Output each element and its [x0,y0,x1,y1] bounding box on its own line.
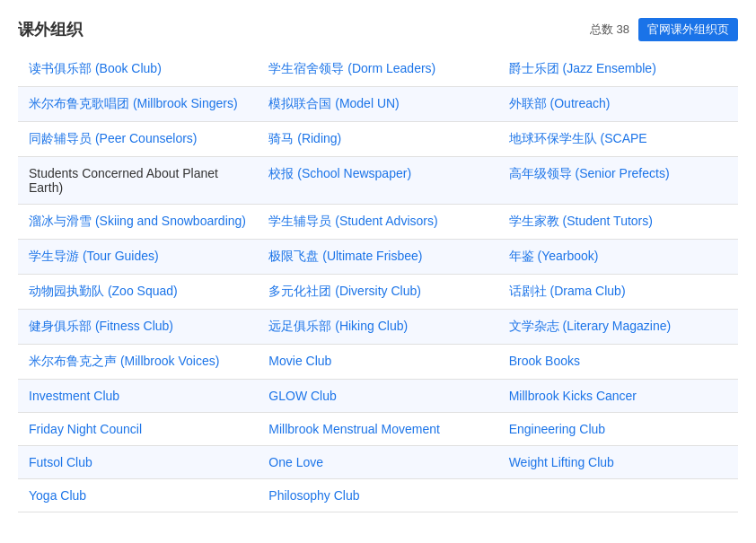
table-row: 溜冰与滑雪 (Skiing and Snowboarding)学生辅导员 (St… [18,205,738,240]
table-cell: 学生家教 (Student Tutors) [498,205,738,240]
table-cell: Yoga Club [18,479,258,512]
table-cell: 模拟联合国 (Model UN) [258,87,497,122]
club-link[interactable]: 读书俱乐部 (Book Club) [29,61,162,75]
club-link[interactable]: Investment Club [29,389,119,403]
table-cell: 学生宿舍领导 (Dorm Leaders) [258,52,497,87]
table-cell: 同龄辅导员 (Peer Counselors) [18,122,258,157]
club-link[interactable]: Brook Books [509,354,580,368]
club-link[interactable]: 极限飞盘 (Ultimate Frisbee) [268,249,422,263]
table-cell: Futsol Club [18,446,258,479]
club-link[interactable]: Philosophy Club [268,488,359,503]
club-link[interactable]: 年鉴 (Yearbook) [509,249,599,263]
table-row: 学生导游 (Tour Guides)极限飞盘 (Ultimate Frisbee… [18,240,738,275]
table-row: Yoga ClubPhilosophy Club [18,479,738,512]
table-cell: 读书俱乐部 (Book Club) [18,52,258,87]
club-link[interactable]: 高年级领导 (Senior Prefects) [509,166,670,180]
club-link[interactable]: 外联部 (Outreach) [509,96,611,110]
club-link[interactable]: Friday Night Council [29,422,142,436]
club-link[interactable]: Engineering Club [509,422,605,436]
table-row: Futsol ClubOne LoveWeight Lifting Club [18,446,738,479]
club-link[interactable]: 溜冰与滑雪 (Skiing and Snowboarding) [29,214,246,228]
table-cell: 学生导游 (Tour Guides) [18,240,258,275]
club-link[interactable]: 学生辅导员 (Student Advisors) [268,214,437,228]
table-cell: 溜冰与滑雪 (Skiing and Snowboarding) [18,205,258,240]
table-row: Students Concerned About Planet Earth)校报… [18,157,738,205]
club-link[interactable]: 学生导游 (Tour Guides) [29,249,159,263]
page-title: 课外组织 [18,19,83,40]
table-cell: Weight Lifting Club [498,446,738,479]
table-cell: 多元化社团 (Diversity Club) [258,275,497,310]
club-link[interactable]: Weight Lifting Club [509,455,614,469]
table-cell: 学生辅导员 (Student Advisors) [258,205,497,240]
club-link[interactable]: 米尔布鲁克之声 (Millbrook Voices) [29,354,219,368]
table-cell: 健身俱乐部 (Fitness Club) [18,310,258,345]
table-cell: Students Concerned About Planet Earth) [18,157,258,205]
table-cell: Movie Club [258,345,497,380]
table-row: Investment ClubGLOW ClubMillbrook Kicks … [18,380,738,413]
table-cell: 动物园执勤队 (Zoo Squad) [18,275,258,310]
club-link[interactable]: 地球环保学生队 (SCAPE [509,131,647,145]
club-link[interactable]: One Love [268,455,323,469]
club-link[interactable]: 多元化社团 (Diversity Club) [268,284,421,298]
club-link[interactable]: Yoga Club [29,488,86,503]
club-link[interactable]: 同龄辅导员 (Peer Counselors) [29,131,198,145]
table-cell: 米尔布鲁克歌唱团 (Millbrook Singers) [18,87,258,122]
club-link[interactable]: GLOW Club [268,389,336,403]
table-cell: 爵士乐团 (Jazz Ensemble) [498,52,738,87]
table-cell: 地球环保学生队 (SCAPE [498,122,738,157]
club-link[interactable]: 话剧社 (Drama Club) [509,284,626,298]
club-link[interactable]: Futsol Club [29,455,92,469]
club-link[interactable]: 学生宿舍领导 (Dorm Leaders) [268,61,435,75]
table-row: Friday Night CouncilMillbrook Menstrual … [18,413,738,446]
table-row: 米尔布鲁克歌唱团 (Millbrook Singers)模拟联合国 (Model… [18,87,738,122]
club-link[interactable]: Millbrook Menstrual Movement [268,422,440,436]
header-right: 总数 38 官网课外组织页 [590,18,738,41]
table-cell: 校报 (School Newspaper) [258,157,497,205]
club-link[interactable]: 动物园执勤队 (Zoo Squad) [29,284,178,298]
table-cell: 极限飞盘 (Ultimate Frisbee) [258,240,497,275]
table-cell: Engineering Club [498,413,738,446]
page-header: 课外组织 总数 38 官网课外组织页 [18,18,738,41]
table-row: 米尔布鲁克之声 (Millbrook Voices)Movie ClubBroo… [18,345,738,380]
table-cell: 年鉴 (Yearbook) [498,240,738,275]
table-cell: Brook Books [498,345,738,380]
club-link[interactable]: 学生家教 (Student Tutors) [509,214,653,228]
table-cell: Philosophy Club [258,479,497,512]
club-link[interactable]: 骑马 (Riding) [268,131,341,145]
table-row: 健身俱乐部 (Fitness Club)远足俱乐部 (Hiking Club)文… [18,310,738,345]
table-row: 读书俱乐部 (Book Club)学生宿舍领导 (Dorm Leaders)爵士… [18,52,738,87]
club-link[interactable]: Millbrook Kicks Cancer [509,389,637,403]
table-cell: 高年级领导 (Senior Prefects) [498,157,738,205]
table-cell: Millbrook Kicks Cancer [498,380,738,413]
club-link[interactable]: Movie Club [268,354,331,368]
club-link[interactable]: 米尔布鲁克歌唱团 (Millbrook Singers) [29,96,238,110]
table-cell: Friday Night Council [18,413,258,446]
total-count: 总数 38 [590,22,629,38]
club-link[interactable]: 校报 (School Newspaper) [268,166,411,180]
table-row: 同龄辅导员 (Peer Counselors)骑马 (Riding)地球环保学生… [18,122,738,157]
table-cell [498,479,738,512]
table-cell: 外联部 (Outreach) [498,87,738,122]
table-cell: Investment Club [18,380,258,413]
club-link[interactable]: 模拟联合国 (Model UN) [268,96,399,110]
club-link[interactable]: 健身俱乐部 (Fitness Club) [29,319,173,333]
table-cell: Millbrook Menstrual Movement [258,413,497,446]
table-cell: 话剧社 (Drama Club) [498,275,738,310]
table-cell: 远足俱乐部 (Hiking Club) [258,310,497,345]
club-link[interactable]: 远足俱乐部 (Hiking Club) [268,319,408,333]
club-link[interactable]: 爵士乐团 (Jazz Ensemble) [509,61,656,75]
table-cell: One Love [258,446,497,479]
table-cell: GLOW Club [258,380,497,413]
table-cell: 文学杂志 (Literary Magazine) [498,310,738,345]
table-cell: 骑马 (Riding) [258,122,497,157]
clubs-table: 读书俱乐部 (Book Club)学生宿舍领导 (Dorm Leaders)爵士… [18,52,738,512]
table-cell: 米尔布鲁克之声 (Millbrook Voices) [18,345,258,380]
club-link[interactable]: 文学杂志 (Literary Magazine) [509,319,672,333]
table-row: 动物园执勤队 (Zoo Squad)多元化社团 (Diversity Club)… [18,275,738,310]
official-link[interactable]: 官网课外组织页 [638,18,738,41]
